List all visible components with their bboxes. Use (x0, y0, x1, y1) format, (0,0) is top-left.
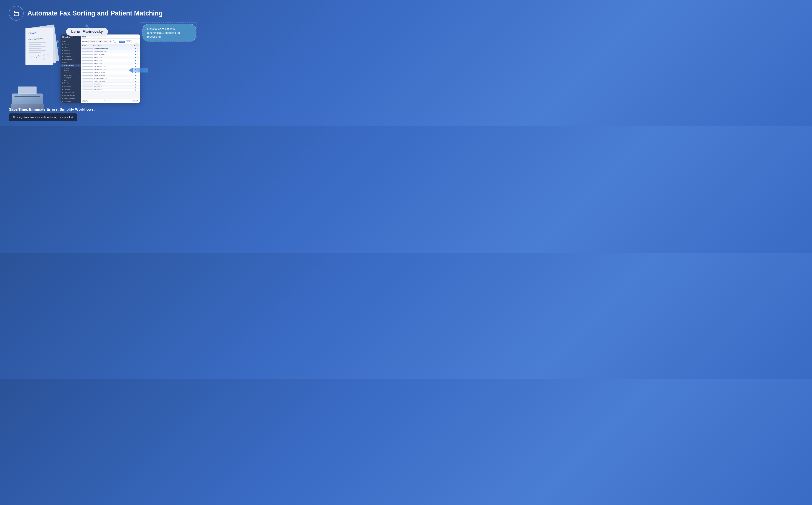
paper-line (29, 50, 45, 51)
sidebar-item-patients[interactable]: Patients (60, 42, 81, 45)
page-3[interactable]: 3 (107, 100, 107, 102)
app-logo: AbbaDox (62, 36, 70, 38)
table-row[interactable]: BRANDON SAMPSON ··· (81, 77, 140, 80)
row-status-dot (135, 60, 136, 61)
add-filters-label[interactable]: Add Filters (113, 40, 118, 43)
patient-name-text: Leron Marinovsky (71, 29, 103, 34)
svg-rect-8 (71, 36, 73, 36)
row-modified-bar (82, 48, 93, 49)
search-button[interactable]: Search (119, 40, 125, 43)
row-modified-bar (82, 75, 93, 75)
table-row[interactable]: SAM LIPMAN ··· (81, 89, 140, 92)
sidebar-payers-label: Payers (64, 46, 68, 48)
pagination[interactable]: 1 2 3 ... 14 (104, 100, 110, 102)
status-select[interactable]: Status (103, 40, 112, 43)
row-patient-name: SAM LIPMAN (93, 89, 135, 91)
table-row[interactable]: LERON MARINOVSKY ··· (81, 47, 140, 50)
row-menu-icon[interactable]: ··· (137, 80, 138, 82)
row-status-dot (135, 48, 136, 49)
page-14[interactable]: 14 (109, 100, 111, 102)
app-footer: Showing 1 - 45 of all 1 2 3 ... 14 Per P… (81, 99, 140, 103)
table-row[interactable]: SAM LIPMAN ··· (81, 82, 140, 86)
row-menu-icon[interactable]: ··· (137, 57, 138, 58)
row-menu-icon[interactable]: ··· (137, 83, 138, 85)
sub-item-authorizations[interactable]: Authorizations (60, 74, 81, 76)
sidebar-item-case-collections[interactable]: Case Collections › (60, 91, 81, 94)
sidebar-item-referrings[interactable]: Referrings (60, 52, 81, 55)
row-status-dot (135, 63, 136, 64)
table-row[interactable]: JULLIE CARL ··· (81, 56, 140, 59)
sub-item-referrals[interactable]: Referrals (60, 69, 81, 72)
row-menu-icon[interactable]: ··· (137, 51, 138, 52)
row-menu-icon[interactable]: ··· (137, 89, 138, 91)
hamburger-icon[interactable] (71, 36, 73, 38)
table-row[interactable]: JULLIE CARL ··· (81, 59, 140, 62)
table-row[interactable]: KIMBERLY CLARK ··· (81, 74, 140, 77)
sub-item-all-faxes[interactable]: All Faxes (60, 67, 81, 69)
row-menu-icon[interactable]: ··· (137, 74, 138, 76)
th-modified[interactable]: Modified ⇅ (82, 45, 93, 46)
row-menu-icon[interactable]: ··· (137, 48, 138, 49)
row-modified-bar (82, 77, 93, 78)
sidebar-dot-active (62, 65, 63, 66)
row-menu-icon[interactable]: ··· (137, 54, 138, 55)
sidebar-item-scheduling[interactable]: Scheduling › (60, 85, 81, 88)
row-menu-icon[interactable]: ··· (137, 86, 138, 88)
sub-item-spam[interactable]: Spam (60, 79, 81, 81)
table-row[interactable]: TASHA LAGUERTA ··· (81, 53, 140, 56)
refresh-text: Refresh automatically every 60 seconds (133, 39, 138, 44)
row-patient-name: SAM LIPMAN (93, 83, 135, 85)
sidebar-dot (62, 47, 63, 48)
sidebar-pending-label: Pending (64, 82, 69, 84)
sidebar-item-appointments[interactable]: Appointments (60, 58, 81, 61)
row-modified-bar (82, 60, 93, 61)
sub-item-medical-records[interactable]: Medical Records (60, 72, 81, 74)
app-window[interactable]: AbbaDox Search Patients Payers (60, 34, 140, 103)
document-type-select[interactable]: Document Type (89, 40, 102, 43)
sidebar-item-pending[interactable]: Pending › (60, 81, 81, 85)
row-menu-icon[interactable]: ··· (137, 77, 138, 79)
page-1[interactable]: 1 (104, 100, 105, 102)
wifi-wave-3 (18, 102, 20, 103)
row-patient-name: LERON MARINOVSKY (93, 51, 135, 52)
main-title: Automate Fax Sorting and Patient Matchin… (27, 9, 163, 17)
sidebar-item-payers[interactable]: Payers (60, 45, 81, 49)
header: Automate Fax Sorting and Patient Matchin… (0, 0, 203, 21)
sidebar-item-attorneys[interactable]: Attorneys (60, 49, 81, 52)
app-filters: Received Document Type Status Add Filter… (81, 38, 140, 45)
table-row[interactable]: JULLIE CARL ··· (81, 62, 140, 65)
sidebar-dot (62, 43, 63, 45)
per-page-select[interactable]: 75 (132, 100, 138, 102)
printer-icon-circle (9, 6, 24, 21)
sidebar-item-sms-chats[interactable]: SMS Chats › (60, 100, 81, 103)
wifi-waves (16, 96, 22, 103)
row-patient-name: LERON MARINOVSKY (93, 48, 135, 49)
row-patient-name: JULLIE CARL (93, 60, 135, 61)
paper-stamp (43, 54, 49, 60)
row-menu-icon[interactable]: ··· (137, 59, 138, 61)
clear-button[interactable]: Clear (126, 40, 132, 43)
sidebar-item-incoming-faxes[interactable]: Incoming Faxes ▲ (60, 64, 81, 67)
row-patient-name: HOLLY JACKSON (93, 80, 135, 82)
row-modified-bar (82, 69, 93, 70)
sidebar-item-patient-estimation[interactable]: Patient Estimation › (60, 97, 81, 100)
table-row[interactable]: SAM LIPMAN ··· (81, 86, 140, 89)
sidebar-item-reporting[interactable]: Reporting › (60, 88, 81, 91)
wifi-wave-1 (16, 96, 22, 98)
all-badge[interactable]: All (82, 35, 86, 37)
table-row[interactable]: EVENNEWER TEST ··· (81, 65, 140, 68)
row-modified-bar (82, 80, 93, 81)
sidebar-item-rads[interactable]: RADS Follow-Ups › (60, 94, 81, 97)
table-row[interactable]: HOLLY JACKSON ··· (81, 80, 140, 82)
row-menu-icon[interactable]: ··· (137, 65, 138, 67)
sidebar-item-documents[interactable]: Documents (60, 55, 81, 58)
row-status-dot (135, 80, 136, 82)
row-menu-icon[interactable]: ··· (137, 62, 138, 64)
sub-item-uncategorized[interactable]: Uncategorized (60, 76, 81, 79)
svg-rect-9 (71, 37, 73, 37)
th-days[interactable]: Days on List ⇅ (93, 45, 131, 46)
row-status-dot (135, 77, 136, 79)
page-2[interactable]: 2 (105, 100, 106, 102)
table-row[interactable]: LERON MARINOVSKY ··· (81, 50, 140, 53)
sidebar-patients-label: Patients (64, 43, 69, 45)
